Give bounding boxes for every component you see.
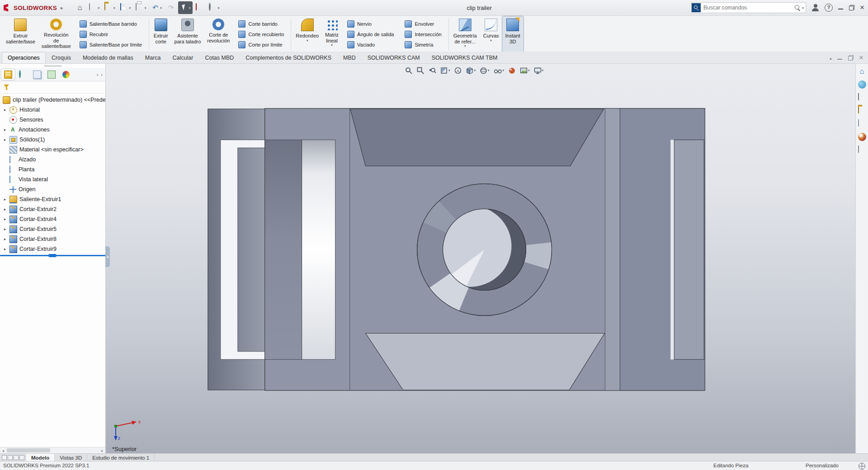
- scroll-left-icon[interactable]: ◂: [0, 449, 6, 453]
- tab-mbd[interactable]: MBD: [337, 52, 362, 63]
- design-library-button[interactable]: [858, 94, 866, 102]
- home-button[interactable]: ⌂: [74, 1, 86, 14]
- minimize-button[interactable]: [838, 5, 844, 10]
- panel-grip[interactable]: [0, 64, 105, 68]
- doc-close-button[interactable]: ×: [859, 55, 863, 61]
- tab-vistas-3d[interactable]: Vistas 3D: [55, 454, 87, 461]
- panel-splitter-handle[interactable]: ◂: [105, 246, 110, 267]
- search-input[interactable]: [703, 4, 792, 11]
- home-tab-icon[interactable]: ⌂: [858, 67, 866, 75]
- previous-view-button[interactable]: [428, 65, 437, 76]
- tree-item-cortar-extruir8[interactable]: ▸ Cortar-Extruir8: [0, 234, 105, 244]
- tree-horizontal-scrollbar[interactable]: ◂ ▸: [0, 447, 105, 454]
- tab-marca[interactable]: Marca: [139, 52, 167, 63]
- menu-expand-icon[interactable]: ▸: [61, 5, 63, 11]
- graphics-viewport[interactable]: ▾ A ▾ ▾ ▾ ▾ ▾ x: [106, 64, 856, 454]
- ribbon-button-simetria[interactable]: Simetría: [403, 41, 443, 49]
- custom-properties-button[interactable]: [858, 146, 866, 154]
- ribbon-button-corte-por-limite[interactable]: Corte por límite: [237, 41, 285, 49]
- tab-operaciones[interactable]: Operaciones: [2, 52, 46, 63]
- resources-icon[interactable]: [858, 80, 866, 89]
- dropdown-icon[interactable]: ▾: [331, 43, 333, 47]
- ribbon-button-asistente-taladro[interactable]: Asistente para taladro: [171, 16, 204, 52]
- ribbon-button-saliente-base-barrido[interactable]: Saliente/Base barrido: [78, 20, 143, 28]
- tree-item-alzado[interactable]: Alzado: [0, 155, 105, 164]
- tree-root-item[interactable]: clip trailer (Predeterminado) <<Predet: [0, 95, 105, 105]
- tab-solidworks-cam-tbm[interactable]: SOLIDWORKS CAM TBM: [426, 52, 504, 63]
- tree-item-cortar-extruir4[interactable]: ▸ Cortar-Extruir4: [0, 214, 105, 224]
- close-button[interactable]: ×: [860, 5, 864, 11]
- appearances-icon[interactable]: [858, 133, 866, 141]
- new-document-button[interactable]: ▾: [87, 1, 102, 14]
- tree-item-cortar-extruir5[interactable]: ▸ Cortar-Extruir5: [0, 224, 105, 234]
- feature-manager-tab[interactable]: [1, 69, 15, 80]
- tree-item-solidos[interactable]: ▸ Sólidos(1): [0, 135, 105, 145]
- zoom-to-area-button[interactable]: [416, 65, 425, 76]
- tree-item-origen[interactable]: Origen: [0, 184, 105, 194]
- tree-item-vista-lateral[interactable]: Vista lateral: [0, 174, 105, 184]
- expand-arrow-icon[interactable]: ▸: [3, 108, 7, 112]
- dropdown-icon[interactable]: ▾: [490, 39, 492, 42]
- status-globe-icon[interactable]: [859, 463, 865, 470]
- ribbon-button-extruir-corte[interactable]: Extruir corte: [151, 16, 171, 52]
- save-button[interactable]: ▾: [118, 1, 133, 14]
- search-icon[interactable]: [794, 5, 801, 11]
- tree-item-anotaciones[interactable]: ▸ Anotaciones: [0, 125, 105, 135]
- ribbon-button-matriz-lineal[interactable]: Matriz lineal ▾: [322, 16, 342, 52]
- ribbon-button-corte-recubierto[interactable]: Corte recubierto: [237, 30, 285, 39]
- ribbon-button-corte-barrido[interactable]: Corte barrido: [237, 20, 285, 28]
- part-3d-view[interactable]: [106, 64, 856, 454]
- ribbon-button-interseccion[interactable]: Intersección: [403, 30, 443, 39]
- edit-appearance-button[interactable]: [507, 65, 517, 76]
- tab-solidworks-cam[interactable]: SOLIDWORKS CAM: [362, 52, 426, 63]
- tab-scroll-right-icon[interactable]: ›: [101, 72, 103, 77]
- file-explorer-button[interactable]: [858, 107, 866, 115]
- ribbon-button-angulo-salida[interactable]: Ángulo de salida: [346, 30, 395, 39]
- expand-arrow-icon[interactable]: ▸: [3, 127, 7, 132]
- tab-complementos[interactable]: Complementos de SOLIDWORKS: [240, 52, 337, 63]
- search-dropdown-icon[interactable]: ▾: [802, 6, 804, 9]
- tree-item-cortar-extruir2[interactable]: ▸ Cortar-Extruir2: [0, 204, 105, 214]
- tree-item-cortar-extruir9[interactable]: ▸ Cortar-Extruir9: [0, 244, 105, 254]
- ribbon-button-vaciado[interactable]: Vaciado: [346, 41, 395, 49]
- ribbon-button-recubrir[interactable]: Recubrir: [78, 30, 143, 39]
- configuration-manager-tab[interactable]: [30, 69, 44, 80]
- dimxpert-manager-tab[interactable]: [45, 69, 58, 80]
- expand-arrow-icon[interactable]: ▸: [3, 207, 7, 212]
- tree-item-planta[interactable]: Planta: [0, 164, 105, 174]
- user-account-icon[interactable]: [811, 4, 819, 11]
- scroll-right-icon[interactable]: ▸: [99, 449, 105, 453]
- apply-scene-button[interactable]: ▾: [519, 65, 531, 76]
- ribbon-button-corte-revolucion[interactable]: Corte de revolución: [204, 16, 233, 52]
- ribbon-button-geometria-referencia[interactable]: Geometría de refer... ▾: [450, 16, 480, 52]
- ribbon-button-nervio[interactable]: Nervio: [346, 20, 395, 28]
- doc-minimize-button[interactable]: [837, 55, 843, 61]
- ribbon-button-revolucion-saliente[interactable]: Revolución de saliente/base: [38, 16, 74, 52]
- dropdown-icon[interactable]: ▾: [307, 39, 308, 42]
- expand-arrow-icon[interactable]: ▸: [3, 217, 7, 221]
- redo-button[interactable]: ↷: [165, 1, 177, 14]
- status-custom-text[interactable]: Personalizado: [806, 463, 839, 468]
- tab-cotas-mbd[interactable]: Cotas MBD: [199, 52, 240, 63]
- tab-estudio-movimiento[interactable]: Estudio de movimiento 1: [87, 454, 155, 461]
- pane-split-buttons[interactable]: [0, 454, 26, 461]
- print-button[interactable]: ▾: [134, 1, 148, 14]
- tab-scroll-left-icon[interactable]: ‹: [97, 72, 99, 77]
- ribbon-button-envolver[interactable]: Envolver: [403, 20, 443, 28]
- rebuild-button[interactable]: [194, 1, 206, 14]
- options-button[interactable]: ▾: [207, 1, 222, 14]
- dropdown-icon[interactable]: ▾: [464, 44, 466, 47]
- restore-button[interactable]: [849, 5, 854, 10]
- hide-show-items-button[interactable]: ▾: [493, 65, 505, 76]
- filter-funnel-icon[interactable]: [3, 85, 9, 90]
- doc-restore-button[interactable]: [848, 55, 854, 61]
- annotation-views-button[interactable]: A: [453, 65, 463, 76]
- tab-modelo[interactable]: Modelo: [26, 454, 55, 461]
- expand-arrow-icon[interactable]: ▸: [3, 227, 7, 231]
- command-search-box[interactable]: ▾: [691, 2, 806, 13]
- rollback-bar[interactable]: [0, 255, 105, 256]
- scrollbar-thumb[interactable]: [7, 448, 50, 452]
- ribbon-button-instant-3d[interactable]: Instant 3D: [502, 16, 524, 52]
- zoom-to-fit-button[interactable]: [404, 65, 414, 76]
- view-settings-button[interactable]: ▾: [533, 65, 545, 76]
